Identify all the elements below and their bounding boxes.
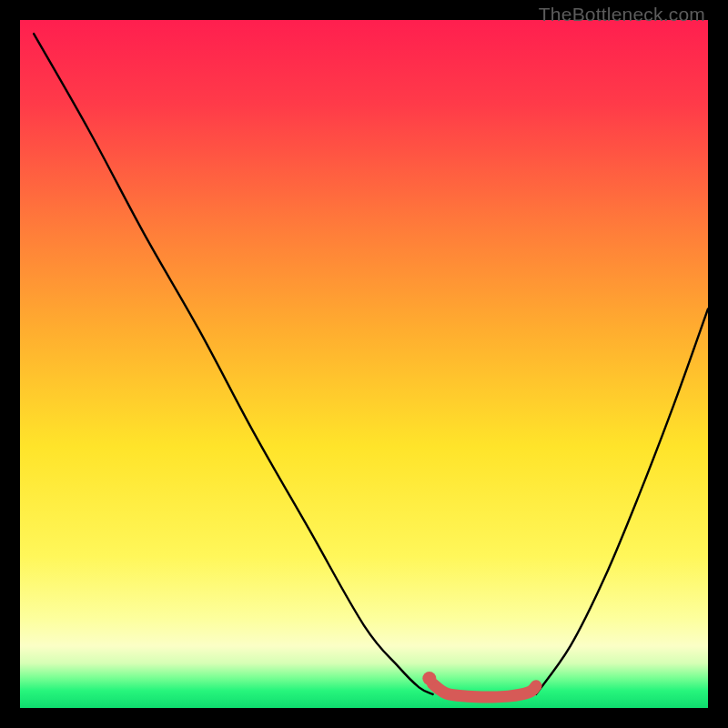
optimal-range-marker xyxy=(433,684,536,697)
curve-layer xyxy=(20,20,708,708)
marker-start-dot xyxy=(422,672,436,685)
bottleneck-chart: TheBottleneck.com xyxy=(0,0,728,728)
source-watermark: TheBottleneck.com xyxy=(539,4,705,25)
plot-area xyxy=(20,20,708,708)
right-branch-curve xyxy=(536,309,708,694)
left-branch-curve xyxy=(34,34,432,694)
